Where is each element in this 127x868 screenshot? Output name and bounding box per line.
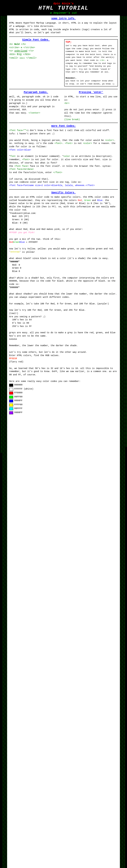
tip-body: let's say you have bold text. when you t… [66,44,117,85]
tip-box: TIP; let's say you have bold text. when … [64,39,118,86]
header: Epic Ninja's HTML TUTORIAL a beginner's … [0,0,127,16]
paragraph-col: Paragraph Codes. well, ok, paragraph cod… [9,91,63,121]
color-swatch-ffffff: FFFFFF (white) [9,388,118,391]
binary-sidebar-left: 1001100110011001100110011001100110011001… [0,16,7,868]
color-swatch-000000: 000000 [9,383,118,387]
intro-title: some intro info. [9,17,118,21]
color-swatch-0000ff: 0000FF [9,399,118,403]
colors-section: Specific Colors. you must use an HTML co… [9,191,118,414]
swatch-red [9,392,13,395]
swatch-purple [9,411,13,414]
intro-body: HTML means HyperText Markup Language. in… [9,22,118,34]
color-swatch-ff0000: FF0000 [9,391,118,395]
swatch-label-green: 00FF00 [14,395,22,399]
divider-2 [9,89,118,89]
divider-4 [9,189,118,190]
para-enter-row: Paragraph Codes. well, ok, paragraph cod… [9,91,118,121]
swatch-label-black: 000000 [14,383,22,387]
divider-1 [9,36,118,37]
swatch-blue [9,399,13,402]
swatch-label-white: FFFFFF (white) [14,388,33,391]
simple-font-title: Simple Font Codes. [9,38,63,42]
more-font-title: more Font Codes; [9,124,118,128]
swatch-label-purple: 9900FF [14,411,22,414]
pressing-enter-body: in HTML, to start a new line, all you us… [64,95,118,121]
colors-title: Specific Colors. [9,191,118,195]
center-content: some intro info. HTML means HyperText Ma… [7,16,120,868]
divider-3 [9,123,118,123]
paragraph-body: well, ok, paragraph code. ok in 1 code i… [9,95,63,115]
color-swatch-00ffff: 00FFFF [9,407,118,410]
page-subtitle: a beginner's cut [0,11,127,14]
color-swatch-9900ff: 9900FF [9,411,118,414]
swatch-black [9,384,13,387]
main-content: 1001100110011001100110011001100110011001… [0,16,127,868]
font-tip-row: Simple Font Codes. <b> Bold </b> <strike… [9,38,118,87]
paragraph-title: Paragraph Codes. [9,91,63,94]
tip-col: TIP; let's say you have bold text. when … [64,38,118,87]
swatch-label-blue: 0000FF [14,399,22,403]
color-swatch-ffff00: FFFF00 [9,403,118,407]
more-font-body: <font face="">i don't know a font face b… [9,129,118,187]
tip-title: TIP; [66,40,117,44]
brand-label: Epic Ninja's [0,2,127,5]
color-swatch-00ff00: 00FF00 [9,395,118,399]
binary-sidebar-right: 0110011001100110011001100110011001100110… [120,16,127,868]
swatch-label-red: FF0000 [14,391,22,395]
page-wrapper: Epic Ninja's HTML TUTORIAL a beginner's … [0,0,127,868]
simple-font-body: <b> Bold </b> <strike> s </strike> <u> u… [9,43,63,60]
pressing-enter-title: Pressing 'enter' [64,91,118,94]
swatch-green [9,396,13,399]
swatch-cyan [9,407,13,410]
intro-section: some intro info. HTML means HyperText Ma… [9,17,118,34]
page-title: HTML TUTORIAL [0,5,127,11]
swatch-label-yellow: FFFF00 [14,403,22,407]
more-font-section: more Font Codes; <font face="">i don't k… [9,124,118,187]
colors-body: you must use an HTML color code to make … [9,196,118,414]
swatch-label-cyan: 00FFFF [14,407,22,410]
swatch-white [9,388,13,391]
simple-font-col: Simple Font Codes. <b> Bold </b> <strike… [9,38,63,87]
swatch-yellow [9,403,13,406]
pressing-enter-col: Pressing 'enter' in HTML, to start a new… [64,91,118,121]
